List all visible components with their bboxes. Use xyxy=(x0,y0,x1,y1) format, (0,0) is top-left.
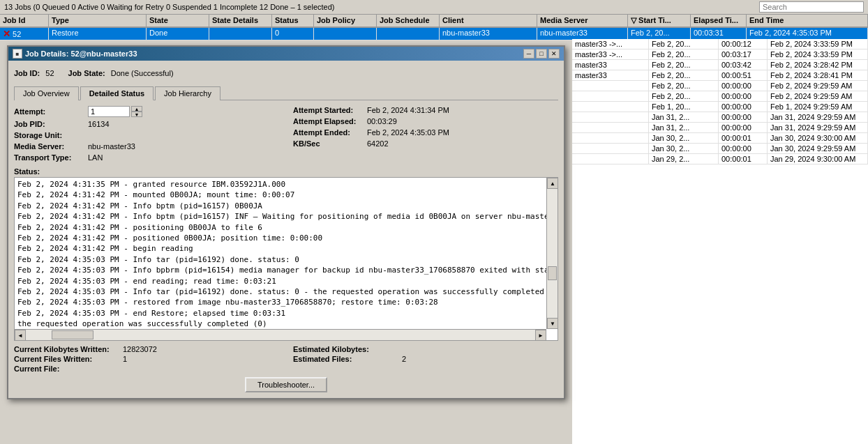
scroll-track-vertical[interactable] xyxy=(547,189,558,318)
th-end-time[interactable]: End Time xyxy=(747,15,868,26)
table-cell: Feb 2, 2024 3:33:59 PM xyxy=(768,49,868,59)
th-client[interactable]: Client xyxy=(440,15,537,26)
job-state-value: Done (Successful) xyxy=(111,69,174,77)
scroll-track-horizontal[interactable] xyxy=(26,330,535,340)
modal-icon: ■ xyxy=(13,49,22,59)
table-cell: 00:00:01 xyxy=(719,133,768,143)
scroll-right-button[interactable]: ► xyxy=(535,330,546,341)
job-state-label: Job State: xyxy=(68,69,105,77)
modal-maximize-button[interactable]: □ xyxy=(536,49,547,59)
table-row[interactable]: Feb 2, 20...00:00:00Feb 2, 2024 9:29:59 … xyxy=(572,81,868,91)
log-line: Feb 2, 2024 4:35:03 PM - restored from i… xyxy=(17,297,555,307)
td-state: Done xyxy=(147,28,209,40)
table-cell: master33 xyxy=(572,60,649,70)
table-row[interactable]: Feb 2, 20...00:00:00Feb 2, 2024 9:29:59 … xyxy=(572,91,868,102)
right-table: master33 ->...Feb 2, 20...00:00:12Feb 2,… xyxy=(572,39,868,444)
log-line: Feb 2, 2024 4:35:03 PM - Info tar (pid=1… xyxy=(17,286,555,297)
transport-type-value: LAN xyxy=(88,153,103,162)
table-row[interactable]: master33 ->...Feb 2, 20...00:00:12Feb 2,… xyxy=(572,39,868,49)
td-job-schedule xyxy=(377,28,440,40)
table-row[interactable]: Feb 1, 20...00:00:00Feb 1, 2024 9:29:59 … xyxy=(572,102,868,112)
td-media-server: nbu-master33 xyxy=(537,28,628,40)
attempt-row: Attempt: ▲ ▼ xyxy=(14,106,279,117)
td-start-time: Feb 2, 20... xyxy=(628,28,691,40)
troubleshooter-button[interactable]: Troubleshooter... xyxy=(245,377,327,392)
table-cell: Jan 30, 2... xyxy=(649,133,719,143)
table-row[interactable]: master33 ->...Feb 2, 20...00:03:17Feb 2,… xyxy=(572,49,868,60)
tab-detailed-status[interactable]: Detailed Status xyxy=(80,86,154,100)
table-cell: Feb 2, 2024 3:33:59 PM xyxy=(768,39,868,49)
table-cell: Jan 29, 2... xyxy=(649,154,719,164)
table-cell: Jan 31, 2024 9:29:59 AM xyxy=(768,112,868,122)
job-count-label: 13 Jobs (0 Queued 0 Active 0 Waiting for… xyxy=(4,3,334,11)
scroll-left-button[interactable]: ◄ xyxy=(15,330,26,341)
table-cell: Jan 31, 2... xyxy=(649,123,719,132)
th-elapsed-time[interactable]: Elapsed Ti... xyxy=(691,15,747,26)
table-row[interactable]: Jan 30, 2...00:00:00Jan 30, 2024 9:29:59… xyxy=(572,144,868,154)
th-state[interactable]: State xyxy=(147,15,209,26)
td-type: Restore xyxy=(49,28,147,40)
scroll-thumb-horizontal[interactable] xyxy=(52,330,93,339)
modal-body: Job ID: 52 Job State: Done (Successful) … xyxy=(8,61,564,398)
attempt-input[interactable] xyxy=(88,106,130,117)
scroll-up-button[interactable]: ▲ xyxy=(547,178,558,189)
attempt-spin-buttons: ▲ ▼ xyxy=(131,106,142,117)
current-file-row: Current File: xyxy=(14,365,279,373)
job-pid-row: Job PID: 16134 xyxy=(14,120,279,128)
table-cell: Feb 2, 20... xyxy=(649,91,719,101)
log-line: Feb 2, 2024 4:31:42 PM - Info bptm (pid=… xyxy=(17,211,555,222)
attempt-elapsed-value: 00:03:29 xyxy=(367,117,397,125)
th-status[interactable]: Status xyxy=(272,15,314,26)
job-id-item: Job ID: 52 xyxy=(14,69,54,77)
log-line: Feb 2, 2024 4:31:35 PM - granted resourc… xyxy=(17,179,555,190)
log-line: Feb 2, 2024 4:35:03 PM - Info bpbrm (pid… xyxy=(17,265,555,275)
th-state-details[interactable]: State Details xyxy=(209,15,272,26)
table-cell: Feb 1, 2024 9:29:59 AM xyxy=(768,102,868,112)
log-line: Feb 2, 2024 4:31:42 PM - positioning 0B0… xyxy=(17,222,555,233)
th-job-policy[interactable]: Job Policy xyxy=(314,15,377,26)
table-row[interactable]: master33Feb 2, 20...00:00:51Feb 2, 2024 … xyxy=(572,70,868,81)
table-row[interactable]: Jan 31, 2...00:00:00Jan 31, 2024 9:29:59… xyxy=(572,112,868,123)
attempt-started-label: Attempt Started: xyxy=(293,106,363,114)
modal-titlebar: ■ Job Details: 52@nbu-master33 ─ □ ✕ xyxy=(8,47,564,61)
tab-job-overview[interactable]: Job Overview xyxy=(14,86,79,100)
modal-close-button[interactable]: ✕ xyxy=(548,49,560,59)
status-log[interactable]: Feb 2, 2024 4:31:35 PM - granted resourc… xyxy=(14,177,558,341)
th-start-time[interactable]: ▽ Start Ti... xyxy=(628,15,691,26)
tab-job-hierarchy[interactable]: Job Hierarchy xyxy=(155,86,220,100)
horizontal-scrollbar[interactable]: ◄ ► xyxy=(15,329,546,340)
kb-sec-label: KB/Sec xyxy=(293,139,363,148)
scroll-down-button[interactable]: ▼ xyxy=(547,318,558,329)
storage-unit-label: Storage Unit: xyxy=(14,131,84,139)
table-cell: Feb 2, 20... xyxy=(649,60,719,70)
td-client: nbu-master33 xyxy=(440,28,537,40)
table-cell: Jan 31, 2... xyxy=(649,112,719,122)
search-input[interactable] xyxy=(759,1,864,13)
current-files-value: 1 xyxy=(123,355,127,363)
th-type[interactable]: Type xyxy=(49,15,147,26)
transport-type-row: Transport Type: LAN xyxy=(14,153,279,162)
vertical-scrollbar[interactable]: ▲ ▼ xyxy=(546,178,558,329)
th-media-server[interactable]: Media Server xyxy=(537,15,628,26)
table-cell: Feb 1, 20... xyxy=(649,102,719,112)
table-cell: 00:00:01 xyxy=(719,154,768,164)
attempt-up-button[interactable]: ▲ xyxy=(131,106,142,112)
table-cell: Jan 30, 2024 9:29:59 AM xyxy=(768,144,868,153)
log-line: Feb 2, 2024 4:35:03 PM - Info tar (pid=1… xyxy=(17,254,555,265)
job-id-value: 52 xyxy=(45,69,54,77)
estimated-files-row: Estimated Files: 2 xyxy=(293,355,558,363)
table-cell xyxy=(572,123,649,132)
media-server-label: Media Server: xyxy=(14,142,84,151)
table-row[interactable]: Jan 29, 2...00:00:01Jan 29, 2024 9:30:00… xyxy=(572,154,868,164)
scroll-thumb-vertical[interactable] xyxy=(548,266,557,280)
left-details: Attempt: ▲ ▼ Job PID: 16134 xyxy=(14,106,279,162)
table-row[interactable]: Jan 31, 2...00:00:00Jan 31, 2024 9:29:59… xyxy=(572,123,868,133)
table-row[interactable]: Jan 30, 2...00:00:01Jan 30, 2024 9:30:00… xyxy=(572,133,868,144)
th-job-id[interactable]: Job Id xyxy=(0,15,49,26)
th-job-schedule[interactable]: Job Schedule xyxy=(377,15,440,26)
table-row[interactable]: master33Feb 2, 20...00:03:42Feb 2, 2024 … xyxy=(572,60,868,70)
attempt-down-button[interactable]: ▼ xyxy=(131,112,142,117)
table-cell xyxy=(572,144,649,153)
table-cell: Feb 2, 20... xyxy=(649,81,719,91)
modal-minimize-button[interactable]: ─ xyxy=(523,49,534,59)
